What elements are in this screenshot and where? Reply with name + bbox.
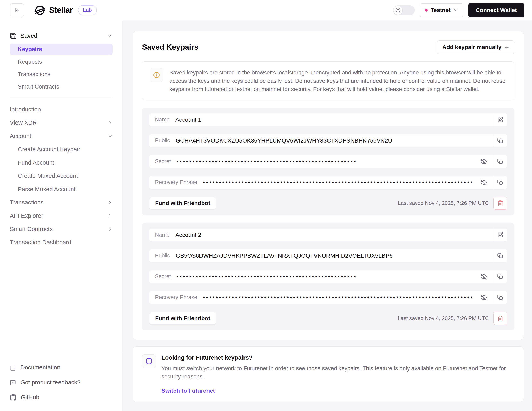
eye-off-icon bbox=[481, 294, 487, 301]
recovery-phrase-field: Recovery Phrase ••••••••••••••••••••••••… bbox=[149, 291, 493, 304]
sidebar-item-api-explorer[interactable]: API Explorer bbox=[10, 209, 113, 223]
sidebar-group-label: Saved bbox=[20, 33, 37, 39]
recovery-phrase-field: Recovery Phrase ••••••••••••••••••••••••… bbox=[149, 176, 493, 189]
brand[interactable]: Stellar Lab bbox=[34, 5, 97, 16]
add-keypair-button[interactable]: Add keypair manually + bbox=[437, 40, 514, 54]
save-icon bbox=[10, 32, 17, 39]
sidebar-link-feedback[interactable]: Got product feedback? bbox=[10, 375, 113, 390]
sidebar-item-requests[interactable]: Requests bbox=[10, 56, 113, 67]
sidebar-item-transactions[interactable]: Transactions bbox=[10, 196, 113, 209]
public-key-value: GB5OS6DWHZAJDVHKPPBWZTLA5TNRXTQJGQTVNURM… bbox=[176, 252, 393, 259]
name-field[interactable]: Name Account 2 bbox=[149, 229, 493, 241]
collapse-sidebar-button[interactable] bbox=[10, 3, 24, 17]
trash-icon bbox=[497, 315, 503, 321]
sidebar-group-saved[interactable]: Saved bbox=[10, 29, 113, 43]
chevron-down-icon bbox=[107, 33, 113, 38]
sidebar-link-documentation[interactable]: Documentation bbox=[10, 360, 113, 375]
copy-recovery-phrase-button[interactable] bbox=[493, 291, 507, 304]
keypair-card: Name Account 1 Public GCHA4HT3VODKCXZU5O… bbox=[142, 108, 514, 215]
sidebar-nav: Saved Keypairs Requests Transactions Sma… bbox=[0, 20, 122, 249]
sidebar-item-keypairs[interactable]: Keypairs bbox=[10, 44, 113, 55]
theme-knob bbox=[393, 6, 402, 15]
toggle-secret-visibility-button[interactable] bbox=[479, 159, 488, 165]
public-key-row: Public GCHA4HT3VODKCXZU5OK36YRPLUMQV6WI2… bbox=[149, 134, 507, 147]
sidebar-item-parse-muxed-account[interactable]: Parse Muxed Account bbox=[10, 183, 113, 196]
connect-wallet-button[interactable]: Connect Wallet bbox=[468, 3, 524, 17]
sidebar-item-create-muxed-account[interactable]: Create Muxed Account bbox=[10, 169, 113, 183]
warning-icon-tile bbox=[150, 68, 163, 82]
copy-secret-key-button[interactable] bbox=[493, 155, 507, 168]
recovery-phrase-row: Recovery Phrase ••••••••••••••••••••••••… bbox=[149, 291, 507, 304]
book-icon bbox=[10, 364, 16, 371]
chevron-right-icon bbox=[108, 121, 113, 125]
edit-icon bbox=[497, 232, 503, 238]
network-status-dot bbox=[425, 9, 428, 12]
brand-name: Stellar bbox=[49, 6, 73, 15]
public-key-field: Public GCHA4HT3VODKCXZU5OK36YRPLUMQV6WI2… bbox=[149, 134, 493, 147]
stellar-logo-icon bbox=[34, 5, 45, 16]
sidebar-item-create-account-keypair[interactable]: Create Account Keypair bbox=[10, 143, 113, 156]
chevron-down-icon bbox=[108, 134, 113, 139]
name-row: Name Account 1 bbox=[149, 113, 507, 126]
public-key-value: GCHA4HT3VODKCXZU5OK36YRPLUMQV6WI2JWHY33C… bbox=[176, 137, 392, 144]
info-icon bbox=[145, 357, 153, 365]
eye-off-icon bbox=[481, 274, 487, 280]
network-label: Testnet bbox=[430, 7, 451, 13]
collapse-sidebar-icon bbox=[14, 7, 20, 13]
secret-key-field: Secret •••••••••••••••••••••••••••••••••… bbox=[149, 270, 493, 283]
sidebar-item-account[interactable]: Account bbox=[10, 130, 113, 143]
keypair-card: Name Account 2 Public GB5OS6DWHZAJDVHKPP… bbox=[142, 223, 514, 330]
copy-recovery-phrase-button[interactable] bbox=[493, 176, 507, 189]
last-saved-timestamp: Last saved Nov 4, 2025, 7:26 PM UTC bbox=[398, 200, 489, 206]
fund-with-friendbot-button[interactable]: Fund with Friendbot bbox=[149, 312, 216, 325]
warning-text: Saved keypairs are stored in the browser… bbox=[170, 68, 507, 93]
toggle-secret-visibility-button[interactable] bbox=[479, 274, 488, 280]
sidebar-item-smart-contracts[interactable]: Smart Contracts bbox=[10, 223, 113, 236]
feedback-icon bbox=[10, 380, 16, 386]
page-title: Saved Keypairs bbox=[142, 43, 199, 52]
theme-toggle[interactable] bbox=[393, 5, 415, 15]
fund-with-friendbot-button[interactable]: Fund with Friendbot bbox=[149, 197, 216, 209]
saved-keypairs-card: Saved Keypairs Add keypair manually + Sa… bbox=[133, 31, 524, 340]
stellar-lab-app: Stellar Lab Testnet Connect Wallet S bbox=[0, 0, 532, 411]
public-key-row: Public GB5OS6DWHZAJDVHKPPBWZTLA5TNRXTQJG… bbox=[149, 250, 507, 262]
network-select[interactable]: Testnet bbox=[420, 3, 464, 17]
secret-key-row: Secret •••••••••••••••••••••••••••••••••… bbox=[149, 155, 507, 168]
name-field[interactable]: Name Account 1 bbox=[149, 113, 493, 126]
copy-icon bbox=[497, 159, 503, 165]
delete-keypair-button[interactable] bbox=[493, 197, 507, 210]
sidebar-item-transaction-dashboard[interactable]: Transaction Dashboard bbox=[10, 236, 113, 249]
edit-name-button[interactable] bbox=[493, 229, 507, 241]
toggle-recovery-visibility-button[interactable] bbox=[479, 294, 488, 301]
sidebar-divider bbox=[10, 98, 113, 98]
sidebar-item-saved-smart-contracts[interactable]: Smart Contracts bbox=[10, 81, 113, 93]
secret-key-masked-value: ••••••••••••••••••••••••••••••••••••••••… bbox=[177, 274, 357, 280]
copy-icon bbox=[497, 253, 503, 259]
name-value: Account 2 bbox=[175, 232, 201, 238]
last-saved-timestamp: Last saved Nov 4, 2025, 7:26 PM UTC bbox=[398, 315, 489, 321]
info-icon bbox=[153, 71, 160, 79]
secret-key-masked-value: ••••••••••••••••••••••••••••••••••••••••… bbox=[177, 159, 357, 164]
plus-icon: + bbox=[505, 44, 509, 51]
sidebar-item-fund-account[interactable]: Fund Account bbox=[10, 156, 113, 169]
secret-key-field: Secret •••••••••••••••••••••••••••••••••… bbox=[149, 155, 493, 168]
sidebar-item-introduction[interactable]: Introduction bbox=[10, 103, 113, 116]
recovery-phrase-masked-value: ••••••••••••••••••••••••••••••••••••••••… bbox=[203, 179, 474, 185]
copy-icon bbox=[497, 179, 503, 186]
edit-name-button[interactable] bbox=[493, 113, 507, 126]
copy-public-key-button[interactable] bbox=[493, 134, 507, 147]
switch-to-futurenet-link[interactable]: Switch to Futurenet bbox=[162, 387, 215, 394]
sidebar-item-view-xdr[interactable]: View XDR bbox=[10, 116, 113, 130]
delete-keypair-button[interactable] bbox=[493, 312, 507, 325]
sidebar-footer: Documentation Got product feedback? GitH… bbox=[0, 353, 122, 411]
eye-off-icon bbox=[481, 159, 487, 165]
copy-secret-key-button[interactable] bbox=[493, 270, 507, 283]
secret-key-row: Secret •••••••••••••••••••••••••••••••••… bbox=[149, 270, 507, 283]
sidebar-link-github[interactable]: GitHub bbox=[10, 390, 113, 405]
copy-public-key-button[interactable] bbox=[493, 250, 507, 262]
recovery-phrase-masked-value: ••••••••••••••••••••••••••••••••••••••••… bbox=[203, 294, 474, 300]
sidebar-item-saved-transactions[interactable]: Transactions bbox=[10, 68, 113, 80]
trash-icon bbox=[497, 200, 503, 206]
toggle-recovery-visibility-button[interactable] bbox=[479, 179, 488, 186]
copy-icon bbox=[497, 294, 503, 301]
